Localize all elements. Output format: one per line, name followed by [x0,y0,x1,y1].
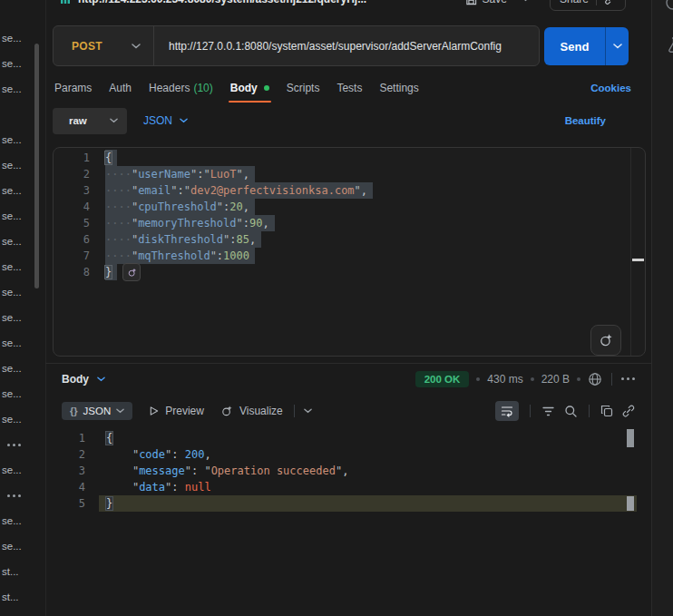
status-badge[interactable]: 200 OK [415,371,470,387]
request-body-editor[interactable]: 1{2····"userName":"LuoT",3····"email":"d… [53,147,646,357]
response-view-dropdown[interactable]: Body [45,373,105,386]
send-options-chevron-icon[interactable] [606,27,629,65]
copy-icon[interactable] [600,405,613,417]
code-line: 2 "code": 200, [45,446,651,463]
request-editor-scrollbar[interactable] [630,148,645,356]
sidebar-item[interactable]: se... [0,508,45,533]
response-view-chevron-icon [97,376,105,382]
request-tab-header: http://124.223.60.234:8080/system/asset/… [45,0,651,13]
preview-tab[interactable]: Preview [149,405,204,417]
body-type-bar: raw JSON Beautify [53,107,644,134]
clipped-right-icon [665,0,673,11]
sidebar-item-menu[interactable] [0,432,45,457]
postbot-sparkle-icon [220,405,233,417]
network-globe-icon[interactable] [588,372,602,386]
sidebar-item[interactable]: se... [0,381,45,406]
code-line: 3····"email":"dev2@perfectvisionksa.com"… [54,182,630,199]
method-label: POST [72,40,102,53]
sidebar-item[interactable]: se... [0,533,45,559]
response-scrollbar[interactable] [627,429,634,447]
right-sidebar-strip [651,0,673,616]
sidebar-item[interactable]: se... [0,330,45,356]
sidebar-item[interactable]: st... [0,559,45,584]
response-more-menu[interactable] [621,377,635,380]
response-size[interactable]: 220 B [541,373,570,386]
app-window: se...se...se...se...se...se...se...se...… [0,0,673,616]
body-type-dropdown[interactable]: raw [53,108,127,134]
response-format-dropdown[interactable]: {} JSON [62,402,132,420]
cookies-link[interactable]: Cookies [590,83,644,93]
postbot-button[interactable] [590,325,621,356]
play-icon [149,406,159,416]
code-line: 5} [45,495,651,512]
response-toolbar: {} JSON Preview Visualize [45,397,651,425]
response-code-lines: 1{2 "code": 200,3 "message": "Operation … [45,430,651,512]
send-button[interactable]: Send [544,27,629,65]
url-input[interactable]: http://127.0.0.1:8080/system/asset/super… [154,40,502,53]
visualize-tab[interactable]: Visualize [220,405,283,417]
response-body-editor[interactable]: 1{2 "code": 200,3 "message": "Operation … [45,428,651,616]
tab-settings[interactable]: Settings [377,78,420,98]
raw-format-chevron-icon [180,118,188,123]
tab-scripts[interactable]: Scripts [285,78,322,98]
sidebar-scrollbar[interactable] [34,44,39,288]
clipped-right-icon [667,36,673,53]
code-line: 2····"userName":"LuoT", [54,166,630,182]
copy-link-icon[interactable] [604,0,616,5]
wrap-text-button[interactable] [495,401,519,421]
sidebar-item[interactable]: st... [0,584,45,610]
share-button[interactable]: Share [550,0,626,11]
sidebar-item[interactable]: se... [0,356,45,381]
request-code-lines: 1{2····"userName":"LuoT",3····"email":"d… [54,150,630,280]
response-format-chevron-icon [116,408,124,414]
sidebar-item[interactable]: se... [0,406,45,432]
braces-icon: {} [70,406,78,416]
code-line: 8} [54,264,630,280]
code-line: 5····"memoryThreshold":90, [54,215,630,231]
code-line: 1{ [54,150,630,166]
code-line: 3 "message": "Operation succeeded", [45,463,651,479]
code-line: 4 "data": null [45,479,651,495]
raw-format-dropdown[interactable]: JSON [143,114,188,127]
sidebar-item-menu[interactable] [0,483,45,508]
tab-body[interactable]: Body [229,78,271,98]
request-method-icon [60,0,71,5]
request-tabs-list: ParamsAuthHeaders(10)BodyScriptsTestsSet… [53,76,644,100]
filter-icon[interactable] [541,406,555,417]
method-chevron-icon [132,44,141,49]
sidebar-item[interactable]: se... [0,457,45,483]
response-time[interactable]: 430 ms [487,373,522,386]
request-panel: http://124.223.60.234:8080/system/asset/… [45,0,651,616]
save-button[interactable]: Save [465,0,530,5]
request-tab-title: http://124.223.60.234:8080/system/asset/… [78,0,366,5]
code-line: 4····"cpuThreshold":20, [54,199,630,215]
send-label[interactable]: Send [544,27,605,65]
body-type-chevron-icon [110,118,118,123]
visualize-more-chevron-icon[interactable] [304,408,312,414]
code-line: 1{ [45,430,651,446]
tab-headers[interactable]: Headers(10) [147,78,215,98]
beautify-link[interactable]: Beautify [565,115,644,126]
postbot-inline-icon[interactable] [122,263,141,281]
code-line: 7····"mqThreshold":1000 [54,248,630,264]
text-cursor [113,497,115,510]
code-line: 6····"diskThreshold":85, [54,231,630,248]
url-bar: POST http://127.0.0.1:8080/system/asset/… [53,25,540,66]
save-options-chevron-icon[interactable] [522,0,530,2]
tab-params[interactable]: Params [53,78,93,98]
unsaved-dot [264,85,269,91]
tab-tests[interactable]: Tests [335,78,364,98]
collections-sidebar: se...se...se...se...se...se...se...se...… [0,25,45,616]
search-icon[interactable] [564,405,578,418]
save-icon [465,0,477,5]
link-icon[interactable] [622,405,635,417]
tab-auth[interactable]: Auth [107,78,133,98]
method-selector[interactable]: POST [54,40,153,53]
response-meta-bar: Body 200 OK 430 ms 220 B [45,363,651,394]
sidebar-item[interactable]: se... [0,305,45,330]
